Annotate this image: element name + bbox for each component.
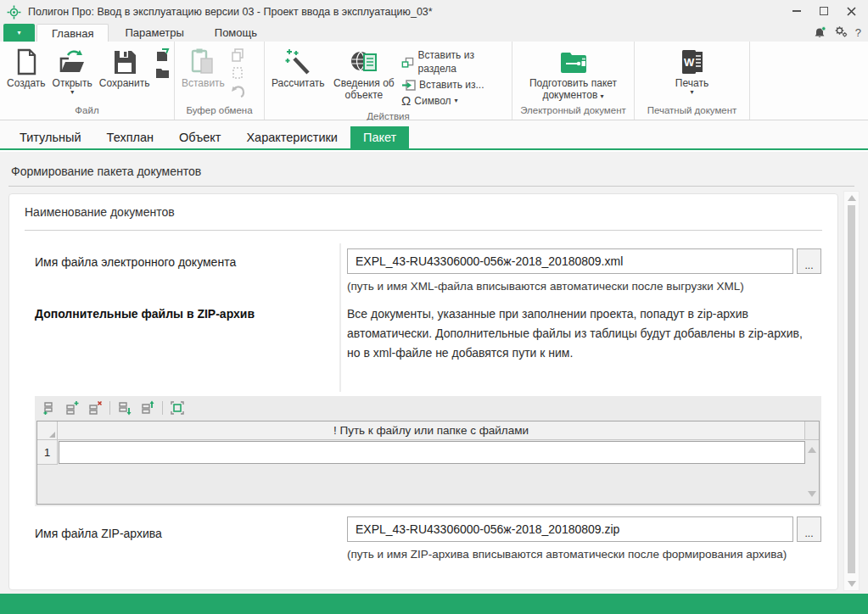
help-button[interactable]: ? [855,26,861,39]
doc-tab-object-label: Объект [179,131,221,144]
insert-row-button[interactable] [64,399,81,416]
notifications-button[interactable] [814,26,826,39]
minimize-icon [792,10,801,12]
table-toolbar [35,396,821,420]
calculate-button-label: Рассчитать [272,77,325,89]
corner-triangle-icon [49,432,55,438]
doc-tab-package[interactable]: Пакет [350,126,409,148]
app-menu-button[interactable]: ▾ [3,24,35,42]
move-row-up-icon [140,400,155,416]
row-number-cell[interactable]: 1 [37,440,58,465]
magic-wand-icon [284,47,311,77]
symbol-button[interactable]: Ω Символ ▾ [401,94,507,108]
paste-button[interactable]: Вставить [178,45,228,91]
word-document-icon: W [680,47,705,77]
zip-filename-input[interactable] [347,516,793,542]
object-info-button-label: Сведения об объекте [332,77,396,101]
tab-main[interactable]: Главная [36,24,109,42]
doc-tab-techplan[interactable]: Техплан [94,126,166,148]
dropdown-arrow-icon: ▾ [70,89,74,96]
divider [25,230,822,231]
ribbon-group-actions: Рассчитать Сведения об объекте [265,42,512,120]
xml-filename-input[interactable] [347,248,793,274]
insert-from-icon [401,79,416,92]
scroll-up-icon [848,195,856,201]
ribbon-group-edoc-label: Электронный документ [512,105,634,120]
zip-filename-label: Имя файла ZIP-архива [35,527,162,540]
copy-button[interactable] [230,48,245,62]
ribbon-tab-strip: ▾ Главная Параметры Помощь [0,24,868,42]
settings-button[interactable] [834,25,848,41]
package-folder-icon [558,47,589,77]
doc-tab-title-page[interactable]: Титульный [7,126,94,148]
open-button[interactable]: Открыть ▾ [49,45,96,98]
package-panel: Наименование документов Имя файла электр… [8,193,838,590]
titlebar: Полигон Про: Ввод в эксплуатацию версии … [0,0,868,24]
doc-tab-techplan-label: Техплан [107,131,154,144]
add-row-button[interactable] [41,399,58,416]
tab-parameters[interactable]: Параметры [110,24,198,42]
open-recent-button[interactable] [154,66,170,80]
doc-tab-object[interactable]: Объект [166,126,233,148]
insert-from-section-icon [401,56,414,69]
zip-browse-button[interactable]: ... [797,516,821,542]
move-row-down-button[interactable] [116,399,133,416]
tab-help[interactable]: Помощь [200,24,272,42]
insert-from-button[interactable]: Вставить из... [401,78,507,92]
ribbon-group-edoc: Подготовить пакет документов ▾ Электронн… [512,42,635,120]
close-button[interactable] [837,2,865,20]
undo-button[interactable] [230,84,245,98]
expand-table-button[interactable] [169,399,186,416]
zip-extra-files-label: Дополнительные файлы в ZIP-архив [35,307,255,321]
xml-filename-hint: (путь и имя XML-файла вписываются автома… [347,277,744,296]
copy-icon [231,48,244,62]
create-button[interactable]: Создать [3,45,49,91]
content-area: Формирование пакета документов Наименова… [0,152,868,594]
move-row-up-button[interactable] [139,399,156,416]
expand-table-icon [170,400,185,416]
object-info-button[interactable]: Сведения об объекте [328,45,400,103]
ribbon-group-print: W Печать ▾ Печатный документ [635,42,750,120]
select-all-cell[interactable] [37,421,58,439]
gear-icon [834,25,848,37]
paste-special-button[interactable] [230,66,245,80]
prepare-package-button[interactable]: Подготовить пакет документов ▾ [518,45,629,103]
create-button-label: Создать [7,77,46,89]
open-button-label: Открыть [53,77,92,89]
ribbon-group-file: Создать Открыть ▾ [0,42,175,120]
insert-row-icon [64,400,80,416]
save-as-button[interactable] [154,48,170,62]
tab-help-label: Помощь [215,26,257,39]
xml-browse-button[interactable]: ... [797,248,821,274]
paste-special-icon [232,66,244,80]
insert-from-section-button[interactable]: Вставить из раздела [401,48,507,75]
delete-row-icon [87,400,103,416]
doc-tab-title-page-label: Титульный [20,131,81,144]
minimize-button[interactable] [783,2,810,20]
path-column-header[interactable]: ! Путь к файлу или папке с файлами [58,421,805,439]
delete-row-button[interactable] [87,399,104,416]
window-title: Полигон Про: Ввод в эксплуатацию версии … [28,6,433,18]
save-button-label: Сохранить [99,77,150,89]
window-scrollbar[interactable] [843,191,860,591]
doc-tab-characteristics[interactable]: Характеристики [233,126,350,148]
ribbon-group-clipboard: Вставить [175,42,265,120]
save-button[interactable]: Сохранить [96,45,154,91]
divider [8,186,854,187]
folder-icon [155,67,170,79]
grid-scrollbar[interactable] [805,440,819,504]
print-button[interactable]: W Печать ▾ [672,45,712,98]
divider [109,401,110,415]
maximize-icon [820,7,828,15]
move-row-down-icon [117,400,132,416]
document-tab-strip: Титульный Техплан Объект Характеристики … [0,120,868,150]
maximize-button[interactable] [810,2,837,20]
scroll-up-icon [808,447,816,453]
calculate-button[interactable]: Рассчитать [268,45,328,91]
ribbon: Создать Открыть ▾ [0,42,868,120]
omega-icon: Ω [401,94,411,108]
zip-filename-hint: (путь и имя ZIP-архива вписываются автом… [347,545,815,564]
scrollbar-thumb[interactable] [848,205,855,573]
ribbon-group-clipboard-label: Буфер обмена [175,105,264,120]
path-cell-input[interactable] [59,441,805,464]
